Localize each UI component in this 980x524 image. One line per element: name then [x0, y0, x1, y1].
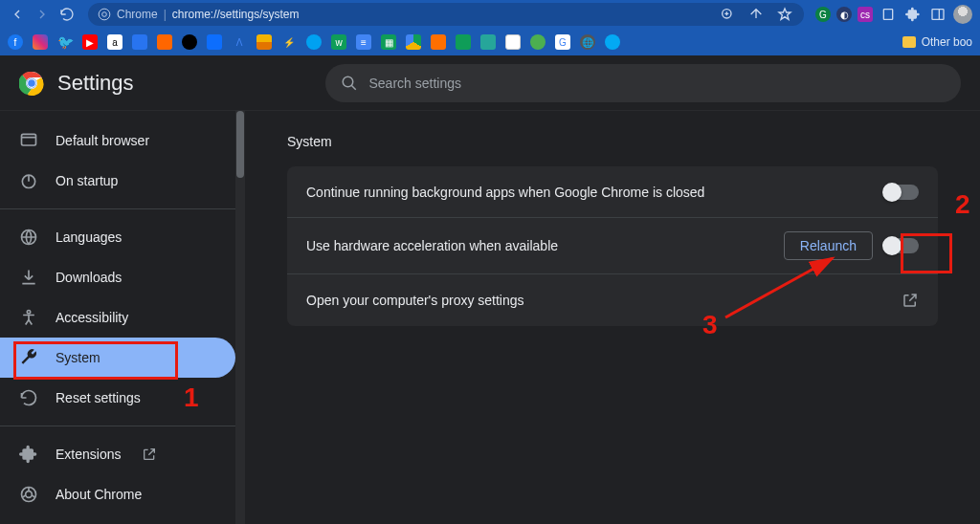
sidebar-item-default-browser[interactable]: Default browser [0, 120, 235, 161]
svg-rect-10 [22, 134, 36, 145]
toolbar-row: Chrome | chrome://settings/system G ◐ cs [0, 0, 980, 29]
extensions-icon[interactable] [903, 5, 923, 24]
bm-teal-icon[interactable] [480, 34, 496, 50]
row-label: Use hardware acceleration when available [306, 238, 772, 253]
bm-google-icon[interactable]: G [555, 34, 570, 50]
bm-white-icon[interactable] [505, 34, 521, 50]
addr-actions [718, 5, 794, 24]
url-divider: | [164, 8, 167, 21]
ext-grammarly-icon[interactable]: G [815, 7, 831, 22]
sidebar-item-languages[interactable]: Languages [0, 217, 235, 257]
sidebar-item-label: System [56, 350, 100, 365]
share-icon[interactable] [746, 5, 766, 24]
sidebar-item-extensions[interactable]: Extensions [0, 434, 235, 474]
bm-facebook-icon[interactable]: f [8, 34, 23, 50]
bm-twitter-icon[interactable]: 🐦 [57, 34, 73, 50]
other-bookmarks-label[interactable]: Other boo [922, 35, 972, 49]
row-label: Continue running background apps when Go… [306, 185, 873, 200]
bm-orange2-icon[interactable] [431, 34, 446, 50]
wrench-icon [19, 348, 38, 367]
search-placeholder: Search settings [369, 76, 462, 91]
url-path: chrome://settings/system [172, 8, 300, 21]
search-input[interactable]: Search settings [325, 64, 962, 102]
sidebar-item-on-startup[interactable]: On startup [0, 161, 235, 201]
main-panel: System Continue running background apps … [245, 55, 980, 524]
toggle-hardware-accel[interactable] [884, 238, 919, 253]
sidebar-item-system[interactable]: System [0, 338, 235, 378]
row-label: Open your computer's proxy settings [306, 293, 890, 308]
sidebar-item-reset[interactable]: Reset settings [0, 378, 235, 418]
page-title: Settings [57, 71, 134, 96]
sidebar-item-label: Reset settings [56, 390, 141, 405]
bm-instagram-icon[interactable] [33, 34, 48, 50]
sidebar-item-label: Languages [56, 229, 122, 245]
toggle-background-apps[interactable] [884, 185, 919, 200]
ext-moon-icon[interactable]: ◐ [836, 7, 852, 22]
reload-button[interactable] [57, 5, 77, 24]
chrome-icon [19, 485, 38, 504]
bm-analytics-icon[interactable] [256, 34, 272, 50]
ext-purple-icon[interactable]: cs [858, 7, 873, 22]
accessibility-icon [19, 308, 38, 327]
settings-card: Continue running background apps when Go… [287, 166, 938, 326]
bm-purple-icon[interactable]: ⚡ [281, 34, 297, 50]
sidebar-item-label: Default browser [56, 133, 149, 148]
reset-icon [19, 388, 38, 407]
external-link-icon [902, 292, 919, 309]
svg-point-9 [343, 76, 353, 87]
svg-point-13 [27, 311, 30, 314]
bm-amazon-icon[interactable]: a [107, 34, 122, 50]
bm-youtube-icon[interactable]: ▶ [82, 34, 98, 50]
chrome-logo-icon [19, 71, 44, 96]
sidebar-item-about[interactable]: About Chrome [0, 474, 235, 514]
row-background-apps: Continue running background apps when Go… [287, 166, 938, 218]
bm-orange-icon[interactable] [157, 34, 172, 50]
power-icon [19, 171, 38, 190]
bm-black-icon[interactable] [182, 34, 197, 50]
sidebar-scrollbar[interactable] [235, 111, 245, 524]
sidebar-separator [0, 426, 235, 426]
svg-rect-3 [883, 10, 892, 20]
bm-globe-icon[interactable]: 🌐 [580, 34, 595, 50]
reading-list-icon[interactable] [879, 5, 898, 24]
bm-cyan-icon[interactable] [605, 34, 620, 50]
settings-header: Settings Search settings [0, 55, 980, 111]
bookmark-folder-icon [902, 36, 916, 48]
download-icon [19, 268, 38, 287]
bm-docs-icon[interactable]: ≡ [356, 34, 371, 50]
address-bar[interactable]: Chrome | chrome://settings/system [88, 3, 804, 26]
bm-flipkart-icon[interactable] [132, 34, 147, 50]
bm-green-icon[interactable] [456, 34, 471, 50]
external-link-icon [142, 447, 157, 462]
star-icon[interactable] [775, 5, 794, 24]
bm-edge-icon[interactable] [306, 34, 322, 50]
search-icon [341, 75, 358, 92]
sidebar-item-label: On startup [56, 173, 118, 188]
bm-ads-icon[interactable]: Λ [232, 34, 247, 50]
svg-point-1 [102, 12, 107, 17]
zoom-icon[interactable] [718, 5, 737, 24]
profile-avatar[interactable] [953, 5, 972, 24]
row-proxy-settings[interactable]: Open your computer's proxy settings [287, 274, 938, 326]
browser-icon [19, 131, 38, 150]
side-panel-icon[interactable] [928, 5, 947, 24]
forward-button[interactable] [33, 5, 52, 24]
sidebar-item-downloads[interactable]: Downloads [0, 257, 235, 297]
bm-green2-icon[interactable] [530, 34, 546, 50]
relaunch-button[interactable]: Relaunch [784, 231, 873, 260]
sidebar: Default browser On startup Languages Dow… [0, 55, 245, 524]
browser-chrome: Chrome | chrome://settings/system G ◐ cs… [0, 0, 980, 55]
back-button[interactable] [8, 5, 27, 24]
bm-blue-icon[interactable] [207, 34, 222, 50]
sidebar-item-label: Accessibility [56, 310, 128, 325]
globe-icon [19, 228, 38, 247]
url-prefix: Chrome [117, 8, 158, 21]
extension-icon [19, 445, 38, 464]
bm-w-icon[interactable]: w [331, 34, 346, 50]
bm-drive-icon[interactable] [406, 34, 421, 50]
sidebar-item-label: About Chrome [56, 487, 142, 502]
sidebar-separator [0, 208, 235, 209]
sidebar-item-label: Downloads [56, 270, 122, 285]
sidebar-item-accessibility[interactable]: Accessibility [0, 297, 235, 338]
bm-sheets-icon[interactable]: ▦ [381, 34, 396, 50]
